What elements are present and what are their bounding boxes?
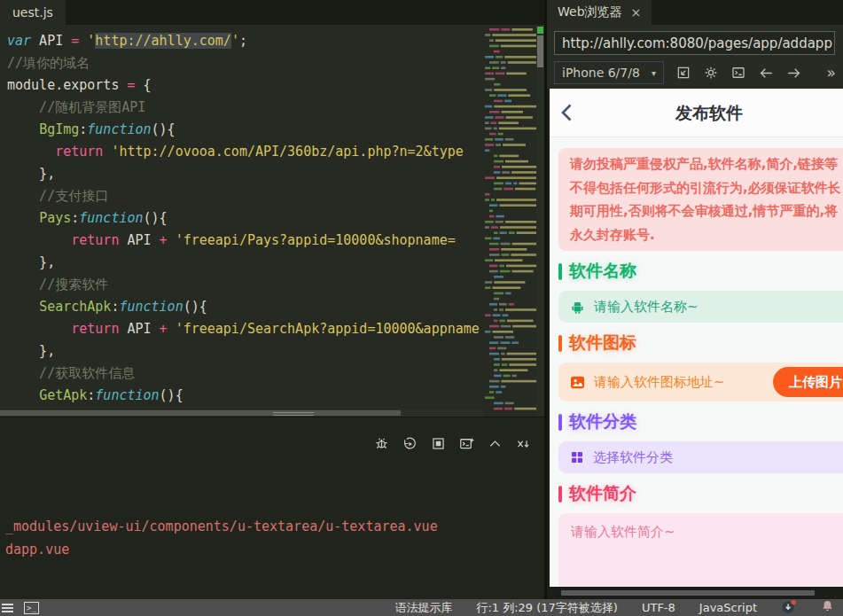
upload-image-button[interactable]: 上传图片 [773,367,843,397]
code-line: BgImg:function(){ [7,119,483,141]
update-notification-icon[interactable] [781,599,797,616]
terminal-icon[interactable]: >_ [24,602,39,614]
status-bar: >_ 语法提示库 行:1 列:29 (17字符被选择) UTF-8 JavaSc… [0,599,843,616]
section-1: 软件名称请输入软件名称~ [558,260,843,323]
encoding-status[interactable]: UTF-8 [642,601,675,614]
hbuilderx-window: uest.js var API = 'http://ahlly.com/';//… [0,0,843,616]
text-input-row[interactable]: 请输入软件名称~ [558,291,843,323]
lint-ok-indicator [537,27,543,34]
code-line: return API + 'freeapi/SearchApk?appid=10… [7,318,483,340]
browser-tabbar: Web浏览器 × [547,0,843,25]
code-line: return API + 'freeapi/Pays?appid=10000&s… [7,230,483,252]
section-heading: 软件名称 [558,260,843,283]
warning-notice: 请勿投稿严重侵权产品,软件名称,简介,链接等不得包括任何形式的引流行为,必须保证… [558,148,843,251]
clear-console-icon[interactable] [515,435,532,452]
console-line: _modules/uview-ui/components/u-textarea/… [5,515,438,538]
code-line: //填你的域名 [7,52,483,74]
device-row: iPhone 6/7/8 ▾ [554,61,838,84]
split-drag-handle[interactable] [273,410,314,416]
heading-label: 软件名称 [569,260,636,283]
heading-label: 软件简介 [569,482,636,505]
vertical-scrollbar-thumb[interactable] [537,35,543,67]
tab-request-js[interactable]: uest.js [0,0,66,25]
section-heading: 软件图标 [558,331,843,355]
placeholder-text: 请输入软件名称~ [594,299,699,316]
code-line: GetApk:function(){ [7,385,483,402]
debug-toolbar [373,435,532,452]
status-bar-right: 语法提示库 行:1 列:29 (17字符被选择) UTF-8 JavaScrip… [394,599,843,616]
image-icon [569,374,586,391]
open-external-icon[interactable] [675,64,692,82]
console-panel: _modules/uview-ui/components/u-textarea/… [0,417,544,599]
phone-navbar: 发布软件 [550,89,843,137]
phone-preview: 发布软件 请勿投稿严重侵权产品,软件名称,简介,链接等不得包括任何形式的引流行为… [550,89,843,587]
section-3: 软件分类选择软件分类 [558,410,843,473]
heading-label: 软件图标 [569,331,636,355]
menu-icon[interactable] [2,602,13,614]
forward-arrow-icon[interactable] [784,64,802,82]
tab-web-browser[interactable]: Web浏览器 × [547,0,652,25]
tab-label: uest.js [12,5,53,19]
intro-textarea[interactable]: 请输入软件简介~ [558,513,843,587]
device-selector[interactable]: iPhone 6/7/8 ▾ [554,61,664,84]
editor-hscroll-thumb[interactable] [0,410,401,416]
console-line: dapp.vue [5,538,438,561]
editor-horizontal-scrollbar[interactable] [0,409,483,417]
heading-label: 软件分类 [569,410,636,433]
console-output: _modules/uview-ui/components/u-textarea/… [5,515,438,561]
browser-panel: Web浏览器 × http://ahlly.com:8080/pages/app… [544,0,843,599]
editor-tabbar: uest.js [0,0,544,25]
code-editor[interactable]: var API = 'http://ahlly.com/';//填你的域名mod… [0,25,544,417]
stop-icon[interactable] [430,435,447,452]
placeholder-text: 选择软件分类 [593,449,673,466]
overview-ruler[interactable] [536,25,544,417]
browser-horizontal-scrollbar[interactable] [547,589,843,597]
section-2: 软件图标请输入软件图标地址~上传图片 [558,331,843,402]
console-terminal-icon[interactable] [730,64,747,82]
settings-gear-icon[interactable] [702,64,720,82]
code-line: return 'http://ovooa.com/API/360bz/api.p… [7,141,483,163]
device-selector-value: iPhone 6/7/8 [562,66,640,80]
page-title: 发布软件 [550,89,843,137]
code-line: var API = 'http://ahlly.com/'; [7,30,483,52]
code-line: //支付接口 [7,185,483,207]
section-heading: 软件分类 [558,410,843,433]
heading-accent-bar [558,486,562,503]
syntax-library-status[interactable]: 语法提示库 [394,600,452,616]
close-icon[interactable]: × [631,5,642,19]
heading-accent-bar [558,335,562,352]
code-line: SearchApk:function(){ [7,296,483,318]
cursor-position-status[interactable]: 行:1 列:29 (17字符被选择) [476,600,618,616]
browser-hscroll-thumb[interactable] [561,590,815,596]
notification-bell-icon[interactable] [821,599,834,616]
chevron-down-icon: ▾ [652,68,656,78]
debug-icon[interactable] [373,435,390,452]
url-input[interactable]: http://ahlly.com:8080/pages/app/addapp [554,31,835,55]
back-arrow-icon[interactable] [757,64,775,82]
category-picker[interactable]: 选择软件分类 [558,441,843,473]
new-terminal-icon[interactable] [458,435,475,452]
restart-icon[interactable] [402,435,418,452]
code-line: Pays:function(){ [7,207,483,230]
placeholder-text: 请输入软件图标地址~ [594,374,725,391]
section-4: 软件简介请输入软件简介~ [558,482,843,587]
more-icon[interactable]: » [827,64,838,82]
browser-tab-label: Web浏览器 [558,4,622,20]
form-sections: 软件名称请输入软件名称~软件图标请输入软件图标地址~上传图片软件分类选择软件分类… [550,260,843,587]
browser-nav-icons: » [675,64,838,82]
code-line: //获取软件信息 [7,363,483,385]
heading-accent-bar [558,263,562,280]
phone-page: 发布软件 请勿投稿严重侵权产品,软件名称,简介,链接等不得包括任何形式的引流行为… [550,89,843,587]
code-text[interactable]: var API = 'http://ahlly.com/';//填你的域名mod… [0,25,483,402]
grid-icon [569,449,585,465]
status-bar-left: >_ [0,602,39,614]
code-line: }, [7,340,483,363]
code-line: }, [7,163,483,185]
collapse-panel-icon[interactable] [487,435,503,452]
editor-panel: uest.js var API = 'http://ahlly.com/';//… [0,0,544,599]
language-mode-status[interactable]: JavaScript [699,601,757,614]
text-input-row[interactable]: 请输入软件图标地址~上传图片 [558,363,843,402]
minimap[interactable] [483,27,536,415]
code-line: //随机背景图API [7,97,483,119]
code-line: module.exports = { [7,74,483,97]
